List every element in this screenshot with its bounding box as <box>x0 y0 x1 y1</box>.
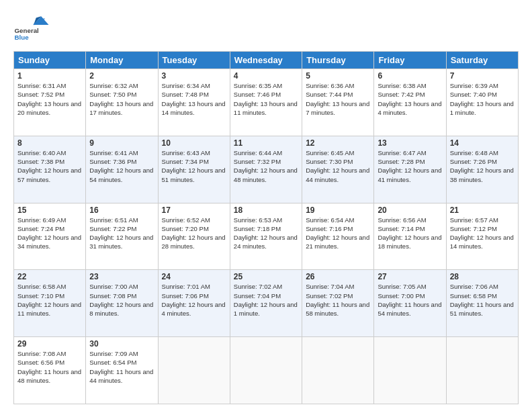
weekday-header-friday: Friday <box>374 52 446 69</box>
day-number: 3 <box>162 71 226 81</box>
day-cell: 11Sunrise: 6:44 AMSunset: 7:32 PMDayligh… <box>230 136 302 203</box>
day-info: Sunrise: 6:32 AMSunset: 7:50 PMDaylight:… <box>89 81 154 117</box>
day-cell: 2Sunrise: 6:32 AMSunset: 7:50 PMDaylight… <box>86 69 158 136</box>
day-info: Sunrise: 6:52 AMSunset: 7:20 PMDaylight:… <box>162 216 226 251</box>
day-number: 23 <box>89 272 154 281</box>
week-row-3: 15Sunrise: 6:49 AMSunset: 7:24 PMDayligh… <box>14 203 519 270</box>
weekday-header-tuesday: Tuesday <box>158 52 230 69</box>
day-cell: 8Sunrise: 6:40 AMSunset: 7:38 PMDaylight… <box>14 136 86 203</box>
day-info: Sunrise: 6:36 AMSunset: 7:44 PMDaylight:… <box>306 81 370 117</box>
day-number: 24 <box>162 272 226 281</box>
day-info: Sunrise: 6:47 AMSunset: 7:28 PMDaylight:… <box>378 148 442 184</box>
weekday-header-thursday: Thursday <box>302 52 374 69</box>
day-cell: 6Sunrise: 6:38 AMSunset: 7:42 PMDaylight… <box>374 69 446 136</box>
day-number: 19 <box>306 205 370 215</box>
day-info: Sunrise: 6:44 AMSunset: 7:32 PMDaylight:… <box>234 148 298 184</box>
day-number: 25 <box>234 272 298 281</box>
day-info: Sunrise: 6:38 AMSunset: 7:42 PMDaylight:… <box>378 81 442 117</box>
day-number: 5 <box>306 71 370 81</box>
day-cell: 28Sunrise: 7:06 AMSunset: 6:58 PMDayligh… <box>446 270 518 337</box>
day-cell: 18Sunrise: 6:53 AMSunset: 7:18 PMDayligh… <box>230 203 302 270</box>
weekday-header-wednesday: Wednesday <box>230 52 302 69</box>
day-cell: 21Sunrise: 6:57 AMSunset: 7:12 PMDayligh… <box>446 203 518 270</box>
day-info: Sunrise: 7:01 AMSunset: 7:06 PMDaylight:… <box>162 282 226 318</box>
day-info: Sunrise: 6:34 AMSunset: 7:48 PMDaylight:… <box>162 81 226 117</box>
day-info: Sunrise: 6:53 AMSunset: 7:18 PMDaylight:… <box>234 216 298 251</box>
week-row-2: 8Sunrise: 6:40 AMSunset: 7:38 PMDaylight… <box>14 136 519 203</box>
day-info: Sunrise: 6:54 AMSunset: 7:16 PMDaylight:… <box>306 216 370 251</box>
day-cell <box>230 337 302 404</box>
day-number: 22 <box>17 272 82 281</box>
day-info: Sunrise: 6:45 AMSunset: 7:30 PMDaylight:… <box>306 148 370 184</box>
header-row: SundayMondayTuesdayWednesdayThursdayFrid… <box>14 52 519 69</box>
day-cell <box>446 337 518 404</box>
weekday-header-monday: Monday <box>86 52 158 69</box>
day-number: 16 <box>89 205 154 215</box>
day-info: Sunrise: 6:51 AMSunset: 7:22 PMDaylight:… <box>89 216 154 251</box>
day-number: 29 <box>17 339 82 349</box>
day-cell: 17Sunrise: 6:52 AMSunset: 7:20 PMDayligh… <box>158 203 230 270</box>
weekday-header-saturday: Saturday <box>446 52 518 69</box>
day-info: Sunrise: 6:41 AMSunset: 7:36 PMDaylight:… <box>89 148 154 184</box>
day-cell: 10Sunrise: 6:43 AMSunset: 7:34 PMDayligh… <box>158 136 230 203</box>
day-number: 14 <box>450 138 515 148</box>
day-cell: 30Sunrise: 7:09 AMSunset: 6:54 PMDayligh… <box>86 337 158 404</box>
day-cell <box>302 337 374 404</box>
calendar-table: SundayMondayTuesdayWednesdayThursdayFrid… <box>13 51 519 404</box>
day-number: 7 <box>450 71 515 81</box>
day-info: Sunrise: 7:02 AMSunset: 7:04 PMDaylight:… <box>234 282 298 318</box>
day-info: Sunrise: 7:05 AMSunset: 7:00 PMDaylight:… <box>378 282 442 318</box>
day-cell: 29Sunrise: 7:08 AMSunset: 6:56 PMDayligh… <box>14 337 86 404</box>
day-info: Sunrise: 6:39 AMSunset: 7:40 PMDaylight:… <box>450 81 515 117</box>
day-info: Sunrise: 6:31 AMSunset: 7:52 PMDaylight:… <box>17 81 82 117</box>
day-cell: 14Sunrise: 6:48 AMSunset: 7:26 PMDayligh… <box>446 136 518 203</box>
day-cell <box>158 337 230 404</box>
day-number: 4 <box>234 71 298 81</box>
day-number: 21 <box>450 205 515 215</box>
day-cell: 27Sunrise: 7:05 AMSunset: 7:00 PMDayligh… <box>374 270 446 337</box>
day-cell: 1Sunrise: 6:31 AMSunset: 7:52 PMDaylight… <box>14 69 86 136</box>
logo-svg: General Blue <box>13 11 54 44</box>
week-row-4: 22Sunrise: 6:58 AMSunset: 7:10 PMDayligh… <box>14 270 519 337</box>
day-number: 28 <box>450 272 515 281</box>
day-number: 9 <box>89 138 154 148</box>
day-info: Sunrise: 6:57 AMSunset: 7:12 PMDaylight:… <box>450 216 515 251</box>
svg-text:General: General <box>15 27 40 34</box>
day-number: 1 <box>17 71 82 81</box>
day-info: Sunrise: 7:09 AMSunset: 6:54 PMDaylight:… <box>89 349 154 385</box>
day-number: 15 <box>17 205 82 215</box>
day-number: 30 <box>89 339 154 349</box>
day-number: 20 <box>378 205 442 215</box>
day-info: Sunrise: 6:48 AMSunset: 7:26 PMDaylight:… <box>450 148 515 184</box>
day-info: Sunrise: 7:04 AMSunset: 7:02 PMDaylight:… <box>306 282 370 318</box>
day-info: Sunrise: 6:49 AMSunset: 7:24 PMDaylight:… <box>17 216 82 251</box>
day-number: 2 <box>89 71 154 81</box>
day-cell: 20Sunrise: 6:56 AMSunset: 7:14 PMDayligh… <box>374 203 446 270</box>
day-cell: 3Sunrise: 6:34 AMSunset: 7:48 PMDaylight… <box>158 69 230 136</box>
day-info: Sunrise: 6:43 AMSunset: 7:34 PMDaylight:… <box>162 148 226 184</box>
day-cell: 5Sunrise: 6:36 AMSunset: 7:44 PMDaylight… <box>302 69 374 136</box>
day-cell: 25Sunrise: 7:02 AMSunset: 7:04 PMDayligh… <box>230 270 302 337</box>
day-cell: 26Sunrise: 7:04 AMSunset: 7:02 PMDayligh… <box>302 270 374 337</box>
day-number: 13 <box>378 138 442 148</box>
day-info: Sunrise: 7:00 AMSunset: 7:08 PMDaylight:… <box>89 282 154 318</box>
day-cell: 19Sunrise: 6:54 AMSunset: 7:16 PMDayligh… <box>302 203 374 270</box>
day-number: 11 <box>234 138 298 148</box>
day-info: Sunrise: 6:35 AMSunset: 7:46 PMDaylight:… <box>234 81 298 117</box>
day-info: Sunrise: 6:56 AMSunset: 7:14 PMDaylight:… <box>378 216 442 251</box>
header: General Blue <box>13 11 519 44</box>
day-cell: 7Sunrise: 6:39 AMSunset: 7:40 PMDaylight… <box>446 69 518 136</box>
day-cell: 13Sunrise: 6:47 AMSunset: 7:28 PMDayligh… <box>374 136 446 203</box>
day-cell: 23Sunrise: 7:00 AMSunset: 7:08 PMDayligh… <box>86 270 158 337</box>
day-number: 18 <box>234 205 298 215</box>
day-number: 8 <box>17 138 82 148</box>
day-number: 10 <box>162 138 226 148</box>
day-cell: 16Sunrise: 6:51 AMSunset: 7:22 PMDayligh… <box>86 203 158 270</box>
day-cell: 22Sunrise: 6:58 AMSunset: 7:10 PMDayligh… <box>14 270 86 337</box>
day-info: Sunrise: 7:06 AMSunset: 6:58 PMDaylight:… <box>450 282 515 318</box>
day-info: Sunrise: 6:40 AMSunset: 7:38 PMDaylight:… <box>17 148 82 184</box>
day-cell <box>374 337 446 404</box>
day-number: 26 <box>306 272 370 281</box>
day-number: 12 <box>306 138 370 148</box>
week-row-1: 1Sunrise: 6:31 AMSunset: 7:52 PMDaylight… <box>14 69 519 136</box>
